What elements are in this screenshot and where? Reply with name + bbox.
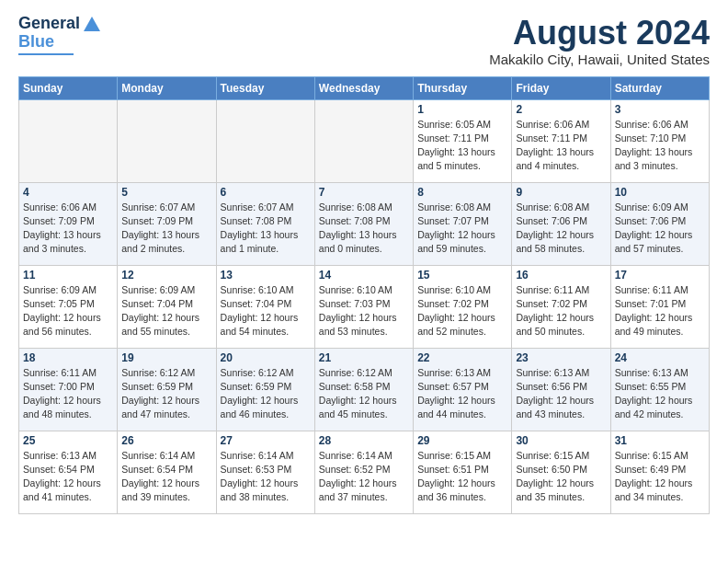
day-number: 23 — [516, 351, 606, 364]
calendar-day-cell: 1Sunrise: 6:05 AMSunset: 7:11 PMDaylight… — [414, 99, 512, 182]
day-number: 22 — [417, 351, 507, 364]
day-info: Sunrise: 6:11 AMSunset: 7:00 PMDaylight:… — [23, 366, 113, 422]
day-number: 12 — [121, 269, 211, 282]
calendar-day-cell — [19, 99, 118, 182]
day-of-week-header: Wednesday — [314, 76, 413, 99]
day-info: Sunrise: 6:14 AMSunset: 6:52 PMDaylight:… — [319, 449, 409, 505]
day-info: Sunrise: 6:10 AMSunset: 7:04 PMDaylight:… — [221, 283, 311, 339]
calendar-day-cell: 12Sunrise: 6:09 AMSunset: 7:04 PMDayligh… — [118, 265, 216, 348]
day-info: Sunrise: 6:13 AMSunset: 6:56 PMDaylight:… — [516, 366, 606, 422]
calendar-day-cell: 13Sunrise: 6:10 AMSunset: 7:04 PMDayligh… — [216, 265, 314, 348]
day-of-week-header: Tuesday — [216, 76, 314, 99]
calendar-day-cell: 8Sunrise: 6:08 AMSunset: 7:07 PMDaylight… — [414, 182, 512, 265]
calendar-day-cell: 26Sunrise: 6:14 AMSunset: 6:54 PMDayligh… — [118, 431, 216, 513]
calendar-body: 1Sunrise: 6:05 AMSunset: 7:11 PMDaylight… — [19, 99, 710, 513]
page-header: General Blue August 2024 Makakilo City, … — [18, 15, 710, 67]
day-info: Sunrise: 6:09 AMSunset: 7:04 PMDaylight:… — [121, 283, 211, 339]
day-info: Sunrise: 6:13 AMSunset: 6:55 PMDaylight:… — [615, 366, 705, 422]
title-block: August 2024 Makakilo City, Hawaii, Unite… — [489, 15, 710, 67]
day-number: 14 — [319, 269, 409, 282]
calendar-day-cell — [118, 99, 216, 182]
day-number: 19 — [121, 351, 211, 364]
calendar-day-cell — [314, 99, 413, 182]
day-number: 15 — [417, 269, 507, 282]
calendar-day-cell: 2Sunrise: 6:06 AMSunset: 7:11 PMDaylight… — [512, 99, 610, 182]
calendar-day-cell: 3Sunrise: 6:06 AMSunset: 7:10 PMDaylight… — [610, 99, 709, 182]
days-of-week-row: SundayMondayTuesdayWednesdayThursdayFrid… — [19, 76, 710, 99]
logo-underline — [18, 53, 74, 55]
day-number: 9 — [516, 186, 606, 199]
day-of-week-header: Monday — [118, 76, 216, 99]
calendar-week-row: 1Sunrise: 6:05 AMSunset: 7:11 PMDaylight… — [19, 99, 710, 182]
day-number: 1 — [417, 103, 507, 116]
day-info: Sunrise: 6:13 AMSunset: 6:57 PMDaylight:… — [417, 366, 507, 422]
day-info: Sunrise: 6:08 AMSunset: 7:06 PMDaylight:… — [516, 201, 606, 257]
calendar-day-cell: 16Sunrise: 6:11 AMSunset: 7:02 PMDayligh… — [512, 265, 610, 348]
day-number: 21 — [319, 351, 409, 364]
calendar-day-cell: 29Sunrise: 6:15 AMSunset: 6:51 PMDayligh… — [414, 431, 512, 513]
calendar-day-cell: 6Sunrise: 6:07 AMSunset: 7:08 PMDaylight… — [216, 182, 314, 265]
day-number: 30 — [516, 434, 606, 447]
calendar-day-cell: 10Sunrise: 6:09 AMSunset: 7:06 PMDayligh… — [610, 182, 709, 265]
day-number: 8 — [417, 186, 507, 199]
calendar-day-cell: 15Sunrise: 6:10 AMSunset: 7:02 PMDayligh… — [414, 265, 512, 348]
day-info: Sunrise: 6:14 AMSunset: 6:54 PMDaylight:… — [121, 449, 211, 505]
calendar-table: SundayMondayTuesdayWednesdayThursdayFrid… — [18, 76, 710, 514]
calendar-day-cell: 9Sunrise: 6:08 AMSunset: 7:06 PMDaylight… — [512, 182, 610, 265]
day-info: Sunrise: 6:12 AMSunset: 6:59 PMDaylight:… — [121, 366, 211, 422]
calendar-day-cell: 21Sunrise: 6:12 AMSunset: 6:58 PMDayligh… — [314, 348, 413, 431]
day-info: Sunrise: 6:08 AMSunset: 7:08 PMDaylight:… — [319, 201, 409, 257]
day-number: 13 — [221, 269, 311, 282]
subtitle: Makakilo City, Hawaii, United States — [489, 52, 710, 67]
calendar-day-cell: 30Sunrise: 6:15 AMSunset: 6:50 PMDayligh… — [512, 431, 610, 513]
day-info: Sunrise: 6:09 AMSunset: 7:06 PMDaylight:… — [615, 201, 705, 257]
main-title: August 2024 — [489, 15, 710, 52]
day-info: Sunrise: 6:07 AMSunset: 7:09 PMDaylight:… — [121, 201, 211, 257]
calendar-day-cell: 25Sunrise: 6:13 AMSunset: 6:54 PMDayligh… — [19, 431, 118, 513]
day-number: 27 — [221, 434, 311, 447]
day-info: Sunrise: 6:10 AMSunset: 7:03 PMDaylight:… — [319, 283, 409, 339]
day-info: Sunrise: 6:15 AMSunset: 6:51 PMDaylight:… — [417, 449, 507, 505]
calendar-day-cell: 19Sunrise: 6:12 AMSunset: 6:59 PMDayligh… — [118, 348, 216, 431]
calendar-week-row: 25Sunrise: 6:13 AMSunset: 6:54 PMDayligh… — [19, 431, 710, 513]
calendar-day-cell: 18Sunrise: 6:11 AMSunset: 7:00 PMDayligh… — [19, 348, 118, 431]
calendar-day-cell — [216, 99, 314, 182]
day-number: 4 — [23, 186, 113, 199]
day-info: Sunrise: 6:08 AMSunset: 7:07 PMDaylight:… — [417, 201, 507, 257]
day-number: 25 — [23, 434, 113, 447]
day-number: 18 — [23, 351, 113, 364]
day-number: 29 — [417, 434, 507, 447]
calendar-day-cell: 17Sunrise: 6:11 AMSunset: 7:01 PMDayligh… — [610, 265, 709, 348]
day-number: 6 — [221, 186, 311, 199]
day-of-week-header: Thursday — [414, 76, 512, 99]
day-info: Sunrise: 6:05 AMSunset: 7:11 PMDaylight:… — [417, 118, 507, 174]
calendar-day-cell: 4Sunrise: 6:06 AMSunset: 7:09 PMDaylight… — [19, 182, 118, 265]
day-info: Sunrise: 6:12 AMSunset: 6:58 PMDaylight:… — [319, 366, 409, 422]
day-number: 24 — [615, 351, 705, 364]
day-number: 7 — [319, 186, 409, 199]
day-of-week-header: Saturday — [610, 76, 709, 99]
calendar-day-cell: 24Sunrise: 6:13 AMSunset: 6:55 PMDayligh… — [610, 348, 709, 431]
calendar-header: SundayMondayTuesdayWednesdayThursdayFrid… — [19, 76, 710, 99]
day-number: 17 — [615, 269, 705, 282]
day-number: 26 — [121, 434, 211, 447]
day-info: Sunrise: 6:15 AMSunset: 6:50 PMDaylight:… — [516, 449, 606, 505]
calendar-day-cell: 31Sunrise: 6:15 AMSunset: 6:49 PMDayligh… — [610, 431, 709, 513]
day-of-week-header: Friday — [512, 76, 610, 99]
day-number: 11 — [23, 269, 113, 282]
day-info: Sunrise: 6:06 AMSunset: 7:11 PMDaylight:… — [516, 118, 606, 174]
day-number: 28 — [319, 434, 409, 447]
day-info: Sunrise: 6:06 AMSunset: 7:10 PMDaylight:… — [615, 118, 705, 174]
logo: General Blue — [18, 15, 100, 55]
logo-triangle-icon — [84, 17, 100, 31]
day-number: 5 — [121, 186, 211, 199]
calendar-day-cell: 20Sunrise: 6:12 AMSunset: 6:59 PMDayligh… — [216, 348, 314, 431]
day-info: Sunrise: 6:11 AMSunset: 7:02 PMDaylight:… — [516, 283, 606, 339]
day-info: Sunrise: 6:13 AMSunset: 6:54 PMDaylight:… — [23, 449, 113, 505]
calendar-day-cell: 7Sunrise: 6:08 AMSunset: 7:08 PMDaylight… — [314, 182, 413, 265]
calendar-day-cell: 5Sunrise: 6:07 AMSunset: 7:09 PMDaylight… — [118, 182, 216, 265]
calendar-day-cell: 14Sunrise: 6:10 AMSunset: 7:03 PMDayligh… — [314, 265, 413, 348]
day-of-week-header: Sunday — [19, 76, 118, 99]
calendar-week-row: 18Sunrise: 6:11 AMSunset: 7:00 PMDayligh… — [19, 348, 710, 431]
day-info: Sunrise: 6:15 AMSunset: 6:49 PMDaylight:… — [615, 449, 705, 505]
